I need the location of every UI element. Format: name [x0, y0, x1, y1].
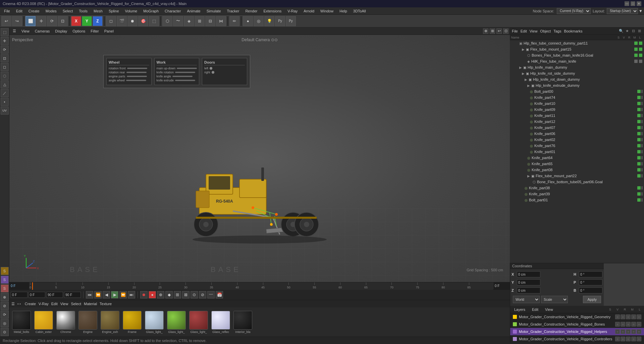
bend-button[interactable]: 〜	[173, 16, 183, 26]
jump-end-button[interactable]: ⏭	[128, 291, 135, 298]
fcurve-button[interactable]: 〰	[207, 291, 215, 298]
layer-icon-l-geo[interactable]: ○	[637, 315, 641, 319]
vp-cameras-menu[interactable]: Cameras	[33, 28, 52, 34]
mat-item-glass-reflec[interactable]: Glass_reflec	[211, 311, 231, 334]
layer-icon-m-bones[interactable]: ○	[631, 322, 636, 327]
left-obj-btn[interactable]: ◻	[1, 63, 9, 71]
hier-item-bolt-part00[interactable]: ◎ Bolt_part00	[510, 88, 644, 94]
left-snap-btn[interactable]: ⊕	[1, 293, 9, 301]
ctrl-slider-rotation-rear[interactable]	[126, 72, 147, 73]
coord-p-rot[interactable]	[579, 279, 602, 285]
left-dollar-s3-btn[interactable]: S	[1, 284, 9, 292]
step-forward-button[interactable]: ⏩	[119, 291, 127, 298]
hier-item-knife-part12[interactable]: ◎ Knife_part12	[510, 119, 644, 125]
left-edge-btn[interactable]: ／	[1, 89, 9, 97]
scale-select[interactable]: Scale	[541, 296, 568, 303]
timeline-ruler[interactable]: 051015202530354045505560657075808590	[30, 282, 493, 290]
array-button[interactable]: ⊟	[205, 16, 215, 26]
menu-tracker[interactable]: Tracker	[224, 8, 242, 14]
vp-icon2[interactable]: ⊞	[490, 28, 495, 34]
hier-item-knife-part64[interactable]: ◎ Knife_part64	[510, 155, 644, 161]
hier-object-menu[interactable]: Object	[540, 29, 551, 33]
axis-x-button[interactable]: X	[71, 16, 81, 26]
layer-icon-v-helpers[interactable]: ○	[621, 329, 625, 334]
hier-filter-icon[interactable]: ⊟	[631, 28, 636, 34]
menu-character[interactable]: Character	[162, 8, 183, 14]
layer-icon-s-geo[interactable]: ○	[615, 315, 620, 319]
object-button[interactable]: ◻	[106, 16, 116, 26]
hier-item-knife-part02[interactable]: ◎ Knife_part02	[510, 137, 644, 143]
coord-y-pos[interactable]	[517, 279, 540, 285]
mat-item-frame[interactable]: Frame	[122, 311, 142, 334]
vp-icon4[interactable]: ⊡	[503, 28, 508, 34]
key-sel-button[interactable]: ⊞	[174, 291, 181, 298]
layers-edit-tab[interactable]: Edit	[530, 307, 540, 312]
ctrl-slider-knife-extrude[interactable]	[175, 80, 195, 81]
layer-item-bones[interactable]: Motor_Grader_Construction_Vehicle_Rigged…	[510, 321, 644, 328]
mat-item-engine[interactable]: Engine	[78, 311, 98, 334]
timeline-button[interactable]: 📅	[216, 291, 223, 298]
vp-options-menu[interactable]: Options	[70, 28, 87, 34]
menu-simulate[interactable]: Simulate	[204, 8, 224, 14]
layers-view-tab[interactable]: View	[543, 307, 555, 312]
layer-item-geometry[interactable]: Motor_Grader_Construction_Vehicle_Rigged…	[510, 313, 644, 321]
hier-file-menu[interactable]: File	[512, 29, 518, 33]
hier-edit-menu[interactable]: Edit	[521, 29, 527, 33]
hier-item-knife-part39[interactable]: ◎ Knife_part39	[510, 191, 644, 197]
minimize-button[interactable]: —	[625, 1, 629, 6]
menu-mesh[interactable]: Mesh	[91, 8, 105, 14]
scale-button[interactable]: ⊡	[58, 16, 68, 26]
sym-button[interactable]: ⋈	[216, 16, 226, 26]
menu-3dtoall[interactable]: 3DToAll	[351, 8, 369, 14]
redo-button[interactable]: ↪	[12, 16, 22, 26]
left-bottom3-btn[interactable]: ◎	[1, 319, 9, 327]
ctrl-dot-right[interactable]	[212, 71, 214, 74]
auto-record-button[interactable]: ●	[149, 291, 156, 298]
hierarchy-list[interactable]: ▣ Hlp_flex_tube_connect_dummy_part11 ▶ ▣…	[510, 40, 644, 263]
coord-h-rot[interactable]	[579, 271, 602, 277]
play-forward-button[interactable]: ▶	[111, 291, 118, 298]
left-dollar-s2-btn[interactable]: S	[1, 276, 9, 284]
mat-item-glass-light-1[interactable]: Glass_light_	[144, 311, 164, 334]
menu-arnold[interactable]: Arnold	[301, 8, 317, 14]
ctrl-slider-main-updown[interactable]	[177, 68, 197, 69]
viewport[interactable]: BASE BASE Wheel rotation front ro	[9, 35, 510, 282]
menu-file[interactable]: File	[1, 8, 13, 14]
hier-item-hlp-knife-rot-side[interactable]: ▶ ▣ Hlp_knife_rot_side_dummy	[510, 70, 644, 76]
hier-scroll-icon[interactable]: ⊞	[637, 28, 642, 34]
hier-item-knife-part07[interactable]: ◎ Knife_part07	[510, 125, 644, 131]
hier-bookmarks-menu[interactable]: Bookmarks	[564, 29, 582, 33]
menu-vray[interactable]: V-Ray	[285, 8, 300, 14]
mat-item-engine-exh[interactable]: Engine_exh	[100, 311, 120, 334]
hier-item-knife-part08[interactable]: ◎ Knife_part08	[510, 167, 644, 173]
hier-item-knife-part10[interactable]: ◎ Knife_part10	[510, 100, 644, 107]
hier-item-knife-part01[interactable]: ◎ Knife_part01	[510, 149, 644, 155]
step-back-button[interactable]: ⏪	[94, 291, 102, 298]
material-dots[interactable]: • •	[17, 302, 21, 306]
layer-icon-l-ctrl[interactable]: ○	[637, 337, 641, 341]
left-bottom1-btn[interactable]: ⊘	[1, 302, 9, 310]
left-poly-btn[interactable]: △	[1, 80, 9, 88]
maximize-button[interactable]: □	[631, 1, 635, 6]
layer-icon-m-geo[interactable]: ○	[631, 315, 636, 319]
python2-button[interactable]: Py	[286, 16, 296, 26]
layout-arrow[interactable]: ▼	[639, 9, 643, 13]
min-frame-input[interactable]	[29, 292, 45, 298]
rotate-button[interactable]: ⟳	[47, 16, 57, 26]
hier-item-hilk[interactable]: ◈ HilK_Flex_tube_main_knife	[510, 58, 644, 64]
layer-icon-v-bones[interactable]: ○	[621, 322, 625, 327]
material-function-menu[interactable]: Material	[84, 302, 97, 306]
hier-item-bone-flex-bottom[interactable]: ⬡ Bone_Flex_bottom_tube05_part06.Goal	[510, 179, 644, 185]
render-region-button[interactable]: ⬚	[149, 16, 159, 26]
window-controls[interactable]: — □ ✕	[625, 1, 641, 6]
frame-start-field[interactable]: 0 F	[9, 282, 30, 289]
hier-item-flex-mount22[interactable]: ▶ ▣ Flex_tube_mount_part22	[510, 173, 644, 179]
frame-current-display[interactable]: 0 F	[493, 282, 510, 289]
layer-item-helpers[interactable]: Motor_Grader_Construction_Vehicle_Rigged…	[510, 328, 644, 335]
jump-start-button[interactable]: ⏮	[86, 291, 93, 298]
material-menu-icon[interactable]: ☰	[11, 302, 15, 306]
left-uv-btn[interactable]: UV	[1, 107, 9, 115]
hier-bookmark-icon[interactable]: ★	[625, 28, 630, 34]
mat-item-cabin-exter[interactable]: Cabin_exter	[34, 311, 54, 334]
left-bottom2-btn[interactable]: ⟳	[1, 311, 9, 319]
